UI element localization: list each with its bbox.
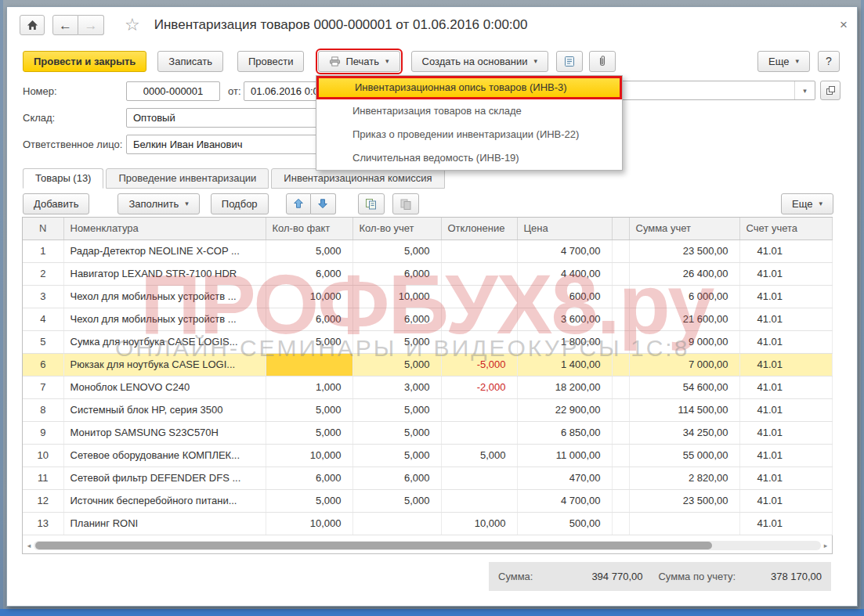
cell-nomenclature[interactable]: Сетевое оборудование КОМПЛЕК...	[63, 444, 266, 467]
column-header-nomenclature[interactable]: Номенклатура	[63, 218, 266, 240]
table-row[interactable]: 6 Рюкзак для ноутбука CASE LOGI... 5,000…	[23, 353, 832, 376]
home-button[interactable]	[20, 15, 45, 35]
cell-qty-fact[interactable]: 5,000	[266, 240, 352, 262]
table-row[interactable]: 5 Сумка для ноутбука CASE LOGIS... 5,000…	[23, 330, 832, 353]
cell-qty-fact[interactable]	[266, 353, 352, 376]
cell-qty-accounted[interactable]: 5,000	[352, 353, 441, 376]
move-up-button[interactable]	[286, 193, 311, 214]
menu-item-matching-sheet-inv19[interactable]: Сличительная ведомость (ИНВ-19)	[316, 146, 622, 170]
cell-row-number[interactable]: 7	[23, 376, 63, 398]
table-row[interactable]: 11 Сетевой фильтр DEFENDER DFS ... 6,000…	[23, 467, 832, 489]
table-row[interactable]: 7 Моноблок LENOVO C240 1,000 3,000 -2,00…	[23, 376, 832, 398]
scrollbar-track[interactable]	[34, 541, 821, 550]
cell-qty-fact[interactable]: 5,000	[266, 489, 352, 512]
cell-qty-fact[interactable]: 10,000	[266, 512, 352, 535]
cell-qty-fact[interactable]: 6,000	[266, 308, 352, 330]
cell-account[interactable]: 41.01	[739, 444, 832, 467]
cell-row-number[interactable]: 8	[23, 398, 63, 421]
post-and-close-button[interactable]: Провести и закрыть	[23, 51, 146, 72]
cell-price[interactable]: 4 400,00	[517, 262, 612, 285]
cell-nomenclature[interactable]: Чехол для мобильных устройств ...	[63, 308, 266, 330]
cell-row-number[interactable]: 9	[23, 421, 63, 444]
tab-goods[interactable]: Товары (13)	[23, 168, 103, 189]
cell-price[interactable]: 1 800,00	[517, 330, 612, 353]
cell-nomenclature[interactable]: Системный блок HP, серия 3500	[63, 398, 266, 421]
table-row[interactable]: 1 Радар-Детектор NEOLINE X-COP ... 5,000…	[23, 240, 832, 262]
table-row[interactable]: 13 Планинг RONI 10,000 10,000 500,00 41.…	[23, 512, 832, 535]
cell-qty-accounted[interactable]: 3,000	[352, 376, 441, 398]
reference-dropdown-caret-icon[interactable]: ▾	[794, 81, 815, 99]
cell-account[interactable]: 41.01	[739, 512, 832, 535]
cell-nomenclature[interactable]: Сумка для ноутбука CASE LOGIS...	[63, 330, 266, 353]
cell-deviation[interactable]	[441, 308, 517, 330]
cell-qty-accounted[interactable]: 6,000	[352, 308, 441, 330]
cell-price[interactable]: 11 000,00	[517, 444, 612, 467]
cell-sum-accounted[interactable]: 9 000,00	[629, 330, 739, 353]
cell-account[interactable]: 41.01	[739, 330, 832, 353]
cell-price[interactable]: 470,00	[517, 467, 612, 489]
cell-qty-accounted[interactable]: 6,000	[352, 262, 441, 285]
cell-row-number[interactable]: 2	[23, 262, 63, 285]
fill-button[interactable]: Заполнить ▾	[117, 193, 199, 214]
cell-row-number[interactable]: 5	[23, 330, 63, 353]
cell-account[interactable]: 41.01	[739, 285, 832, 308]
cell-account[interactable]: 41.01	[739, 376, 832, 398]
cell-qty-fact[interactable]: 10,000	[266, 285, 352, 308]
cell-deviation[interactable]: -5,000	[441, 353, 517, 376]
menu-item-order-inv22[interactable]: Приказ о проведении инвентаризации (ИНВ-…	[316, 123, 622, 146]
add-row-button[interactable]: Добавить	[23, 193, 89, 214]
cell-deviation[interactable]	[441, 262, 517, 285]
table-row[interactable]: 2 Навигатор LEXAND STR-7100 HDR 6,000 6,…	[23, 262, 832, 285]
column-header-qty-fact[interactable]: Кол-во факт	[266, 218, 352, 240]
table-row[interactable]: 12 Источник бесперебойного питани... 5,0…	[23, 489, 832, 512]
column-header-deviation[interactable]: Отклонение	[441, 218, 517, 240]
cell-nomenclature[interactable]: Планинг RONI	[63, 512, 266, 535]
table-row[interactable]: 8 Системный блок HP, серия 3500 5,000 5,…	[23, 398, 832, 421]
cell-sum-accounted[interactable]: 23 500,00	[629, 489, 739, 512]
cell-sum-accounted[interactable]	[629, 512, 739, 535]
cell-sum-accounted[interactable]: 54 600,00	[629, 376, 739, 398]
cell-qty-fact[interactable]: 1,000	[266, 376, 352, 398]
cell-qty-accounted[interactable]: 5,000	[352, 240, 441, 262]
cell-price[interactable]: 1 400,00	[517, 353, 612, 376]
cell-sum-accounted[interactable]: 2 820,00	[629, 467, 739, 489]
cell-sum-accounted[interactable]: 55 000,00	[629, 444, 739, 467]
cell-row-number[interactable]: 6	[23, 353, 63, 376]
forward-button[interactable]: →	[78, 15, 104, 35]
scroll-left-icon[interactable]: ◂	[24, 542, 34, 549]
scroll-right-icon[interactable]: ▸	[821, 542, 830, 549]
menu-item-inventory-of-goods[interactable]: Инвентаризация товаров на складе	[316, 99, 622, 123]
table-row[interactable]: 10 Сетевое оборудование КОМПЛЕК... 10,00…	[23, 444, 832, 467]
cell-nomenclature[interactable]: Монитор SAMSUNG S23C570H	[63, 421, 266, 444]
scrollbar-thumb[interactable]	[35, 542, 712, 549]
cell-nomenclature[interactable]: Источник бесперебойного питани...	[63, 489, 266, 512]
copy-button[interactable]	[358, 193, 385, 214]
column-header-account[interactable]: Счет учета	[739, 218, 832, 240]
cell-price[interactable]: 18 200,00	[517, 376, 612, 398]
number-field[interactable]	[126, 81, 220, 101]
cell-account[interactable]: 41.01	[739, 308, 832, 330]
cell-row-number[interactable]: 12	[23, 489, 63, 512]
back-button[interactable]: ←	[52, 15, 78, 35]
print-button[interactable]: Печать ▾	[318, 51, 399, 72]
cell-deviation[interactable]: 10,000	[441, 512, 517, 535]
table-row[interactable]: 9 Монитор SAMSUNG S23C570H 5,000 5,000 6…	[23, 421, 832, 444]
paste-button-disabled[interactable]	[392, 193, 419, 214]
cell-qty-fact[interactable]: 5,000	[266, 398, 352, 421]
cell-qty-accounted[interactable]	[352, 512, 441, 535]
cell-price[interactable]: 500,00	[517, 512, 612, 535]
favorite-star-icon[interactable]: ☆	[125, 15, 140, 35]
cell-qty-accounted[interactable]: 5,000	[352, 330, 441, 353]
cell-sum-accounted[interactable]: 21 600,00	[629, 308, 739, 330]
column-header-sum-accounted[interactable]: Сумма учет	[629, 218, 739, 240]
cell-qty-fact[interactable]: 10,000	[266, 444, 352, 467]
table-row[interactable]: 4 Чехол для мобильных устройств ... 6,00…	[23, 308, 832, 330]
cell-qty-accounted[interactable]: 5,000	[352, 421, 441, 444]
cell-deviation[interactable]	[441, 421, 517, 444]
cell-deviation[interactable]	[441, 240, 517, 262]
save-button[interactable]: Записать	[157, 51, 223, 72]
cell-price[interactable]: 4 700,00	[517, 240, 612, 262]
more-button[interactable]: Еще ▾	[757, 51, 810, 72]
menu-item-inventory-list-inv3[interactable]: Инвентаризационная опись товаров (ИНВ-3)	[316, 76, 622, 99]
cell-row-number[interactable]: 4	[23, 308, 63, 330]
